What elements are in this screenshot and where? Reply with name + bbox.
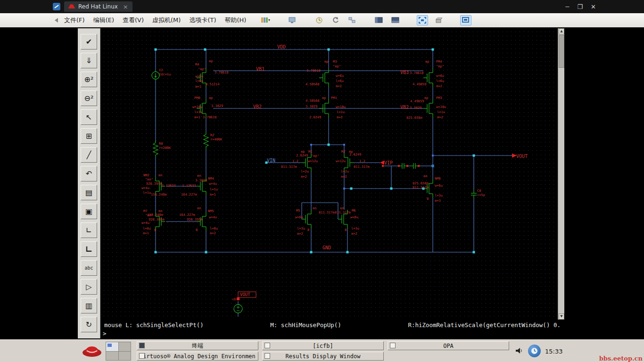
connection-handle[interactable]: [350, 188, 353, 190]
schematic-label[interactable]: PM3: [436, 96, 442, 100]
schematic-label[interactable]: l=8u: [210, 227, 218, 230]
schematic-label[interactable]: 4.49859: [413, 82, 427, 86]
schematic-label[interactable]: w=6u: [435, 184, 443, 188]
schematic-label[interactable]: l=3u: [435, 194, 443, 197]
schematic-label[interactable]: 1.2: [359, 159, 365, 163]
schematic-label[interactable]: 3.78618: [306, 69, 321, 73]
thumbnail-panel-icon[interactable]: [390, 15, 401, 25]
schematic-label[interactable]: 0: [345, 228, 347, 232]
schematic-label[interactable]: Idc=1u: [159, 73, 171, 76]
schematic-label[interactable]: mn: [158, 209, 162, 213]
copy-button[interactable]: ⊞: [81, 128, 97, 144]
devices-icon[interactable]: [287, 15, 298, 25]
clock-applet-icon[interactable]: [528, 345, 541, 357]
schematic-label[interactable]: 811.317m: [281, 165, 297, 169]
schematic-label[interactable]: l=3u: [351, 227, 359, 230]
schematic-label[interactable]: 2.6249: [309, 115, 321, 119]
schematic-label[interactable]: R0: [159, 142, 163, 146]
schematic-label[interactable]: l=1u: [210, 188, 218, 191]
schematic-label[interactable]: m=2: [210, 231, 216, 235]
command-prompt[interactable]: >: [100, 330, 564, 338]
schematic-label[interactable]: NM6: [435, 177, 441, 181]
schematic-label[interactable]: l=6u: [336, 79, 344, 83]
schematic-label[interactable]: 3.3829: [211, 104, 223, 108]
schematic-label[interactable]: 3.78618: [215, 71, 229, 74]
taskbar-button-virtuoso-ade[interactable]: Virtuoso® Analog Design Environmen: [137, 352, 258, 361]
canvas-vertical-scrollbar[interactable]: ▲ ▼: [558, 28, 564, 320]
schematic-label[interactable]: VOUT: [240, 292, 250, 297]
schematic-label[interactable]: w=6u: [295, 215, 303, 219]
schematic-label[interactable]: w=10u: [336, 105, 346, 109]
schematic-label[interactable]: w=4u: [209, 182, 217, 186]
volume-icon[interactable]: [515, 346, 524, 357]
schematic-label[interactable]: m=2: [301, 175, 307, 179]
schematic-label[interactable]: 4.50568: [305, 82, 320, 86]
schematic-label[interactable]: c=5p: [477, 193, 485, 197]
schematic-label[interactable]: M5: [296, 209, 300, 213]
connection-handle[interactable]: [328, 49, 330, 51]
schematic-label[interactable]: VB1: [256, 66, 264, 72]
repeat-button[interactable]: ↻: [81, 317, 97, 332]
schematic-label[interactable]: 926.395m: [146, 182, 162, 186]
schematic-label[interactable]: l=3u: [297, 227, 305, 230]
schematic-label[interactable]: "mn": [145, 178, 153, 181]
schematic-label[interactable]: GND: [322, 245, 331, 250]
schematic-label[interactable]: 0: [307, 228, 309, 232]
schematic-label[interactable]: 0: [427, 197, 429, 201]
menu-view[interactable]: 查看(V): [118, 14, 148, 27]
scroll-down-arrow[interactable]: ▼: [559, 313, 564, 320]
pin-button[interactable]: ▷: [81, 279, 97, 295]
schematic-svg[interactable]: VDDGNDVB1VB2VB3VB2VINVIPVOUTVOUTvbI2Idc=…: [100, 28, 558, 320]
schematic-label[interactable]: "mp": [198, 67, 206, 71]
schematic-label[interactable]: mn: [313, 206, 316, 210]
schematic-label[interactable]: NM5: [208, 209, 214, 213]
schematic-label[interactable]: "mp": [311, 154, 319, 158]
tab-close-icon[interactable]: ×: [123, 3, 128, 10]
schematic-label[interactable]: w=10u: [436, 105, 446, 109]
schematic-label[interactable]: 811.317m: [335, 211, 351, 214]
schematic-label[interactable]: 3.78618: [203, 115, 217, 119]
workspace-2[interactable]: [119, 342, 131, 351]
schematic-label[interactable]: 0: [154, 228, 156, 232]
schematic-label[interactable]: m=2: [341, 175, 347, 179]
schematic-label[interactable]: l=1u: [437, 110, 445, 114]
workspace-3[interactable]: [106, 352, 118, 361]
schematic-label[interactable]: w=8u: [350, 215, 358, 219]
scroll-up-arrow[interactable]: ▲: [559, 28, 564, 34]
delete-button[interactable]: ╱: [81, 147, 97, 163]
taskbar-button-terminal[interactable]: 终端: [137, 341, 258, 350]
schematic-label[interactable]: l=1u: [143, 191, 151, 195]
menu-edit[interactable]: 编辑(E): [89, 14, 118, 27]
schematic-label[interactable]: PM1: [331, 96, 337, 100]
taskbar-button-icfb[interactable]: [icfb]: [262, 341, 384, 350]
schematic-label[interactable]: w=6u: [336, 74, 344, 78]
schematic-label[interactable]: mp: [425, 60, 429, 64]
schematic-label[interactable]: m=2: [436, 84, 442, 88]
cmd-options-button[interactable]: ▥: [81, 298, 97, 313]
schematic-label[interactable]: l=6u: [436, 79, 444, 83]
schematic-label[interactable]: 3.3829: [305, 105, 317, 108]
schematic-label[interactable]: 926.395m: [187, 218, 203, 222]
schematic-label[interactable]: 811.317m: [319, 211, 335, 214]
schematic-label[interactable]: l=1u: [194, 110, 202, 114]
redhat-menu-button[interactable]: [81, 341, 103, 360]
schematic-label[interactable]: VOUT: [516, 154, 528, 159]
schematic-label[interactable]: mn: [197, 174, 201, 178]
wire-wide-button[interactable]: ∟: [81, 241, 97, 257]
schematic-label[interactable]: mn: [340, 206, 344, 210]
device-I2[interactable]: [155, 76, 157, 78]
schematic-label[interactable]: VDD: [277, 44, 286, 49]
connection-handle[interactable]: [473, 155, 475, 157]
connection-handle[interactable]: [328, 144, 330, 146]
taskbar-button-results-display[interactable]: Results Display Window: [262, 352, 384, 361]
stretch-button[interactable]: ↖: [81, 109, 97, 125]
menu-file[interactable]: 文件(F): [60, 14, 89, 27]
taskbar-clock[interactable]: 15:33: [545, 348, 562, 355]
check-and-save-button[interactable]: ✔: [81, 34, 97, 49]
schematic-label[interactable]: 164.227m: [181, 193, 197, 197]
schematic-label[interactable]: C0: [477, 189, 481, 193]
menu-grip-icon[interactable]: [55, 18, 58, 23]
schematic-label[interactable]: "mp": [333, 65, 341, 68]
connection-handle[interactable]: [432, 49, 434, 51]
schematic-label[interactable]: m=2: [437, 115, 443, 119]
